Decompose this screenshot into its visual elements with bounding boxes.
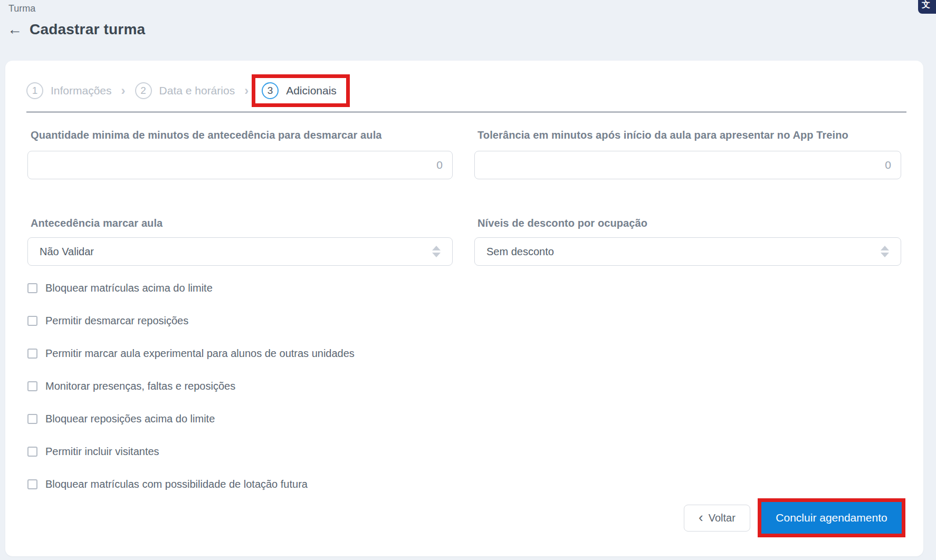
checkbox-label: Permitir marcar aula experimental para a… — [45, 347, 355, 360]
back-arrow-icon[interactable]: ← — [7, 22, 22, 37]
checkbox-icon[interactable] — [27, 479, 37, 489]
checkbox-icon[interactable] — [27, 283, 37, 293]
translate-icon: 文 — [922, 0, 930, 11]
form-card: 1 Informações › 2 Data e horários › 3 Ad… — [5, 61, 923, 556]
input-value: 0 — [436, 159, 443, 171]
input-tolerancia-minutos[interactable]: 0 — [474, 151, 901, 179]
chevron-right-icon: › — [244, 84, 249, 97]
checkbox-permitir-desmarcar-reposicoes[interactable]: Permitir desmarcar reposições — [27, 315, 188, 327]
label-niveis-desconto: Níveis de desconto por ocupação — [477, 217, 647, 229]
step-1-label: Informações — [51, 84, 112, 97]
label-antecedencia-marcar-aula: Antecedência marcar aula — [31, 217, 163, 229]
checkbox-icon[interactable] — [27, 414, 37, 424]
checkbox-label: Permitir desmarcar reposições — [45, 315, 188, 327]
checkbox-bloquear-reposicoes-limite[interactable]: Bloquear reposições acima do limite — [27, 413, 215, 425]
checkbox-monitorar-presencas[interactable]: Monitorar presenças, faltas e reposições — [27, 380, 235, 392]
voltar-label: Voltar — [709, 512, 736, 524]
annotation-highlight-step-adicionais: 3 Adicionais — [252, 74, 350, 107]
select-value: Não Validar — [40, 246, 432, 258]
checkbox-label: Bloquear matrículas com possibilidade de… — [45, 478, 308, 490]
voltar-button[interactable]: ‹ Voltar — [684, 505, 750, 532]
checkbox-aula-experimental-outras-unidades[interactable]: Permitir marcar aula experimental para a… — [27, 347, 355, 360]
input-min-minutos-desmarcar[interactable]: 0 — [27, 151, 453, 179]
select-niveis-desconto[interactable]: Sem desconto — [474, 237, 901, 266]
select-antecedencia-marcar-aula[interactable]: Não Validar — [27, 237, 453, 266]
page-header: ← Cadastrar turma — [7, 21, 145, 38]
checkbox-icon[interactable] — [27, 316, 37, 326]
chevron-right-icon: › — [121, 84, 126, 97]
checkbox-label: Monitorar presenças, faltas e reposições — [45, 380, 235, 392]
select-value: Sem desconto — [486, 246, 881, 258]
checkbox-bloquear-matriculas-limite[interactable]: Bloquear matrículas acima do limite — [27, 282, 213, 294]
checkbox-bloquear-lotacao-futura[interactable]: Bloquear matrículas com possibilidade de… — [27, 478, 308, 490]
concluir-agendamento-button[interactable]: Concluir agendamento — [761, 502, 902, 534]
step-1-circle: 1 — [26, 82, 43, 99]
checkbox-icon[interactable] — [27, 381, 37, 391]
select-updown-icon — [432, 246, 441, 257]
stepper-divider — [26, 111, 906, 113]
step-data-horarios[interactable]: 2 Data e horários — [135, 82, 235, 99]
step-2-label: Data e horários — [159, 84, 235, 97]
label-tolerancia-minutos: Tolerância em minutos após início da aul… — [477, 129, 848, 141]
input-value: 0 — [885, 159, 891, 171]
checkbox-label: Bloquear matrículas acima do limite — [45, 282, 213, 294]
step-3-circle: 3 — [262, 82, 279, 99]
checkbox-label: Permitir incluir visitantes — [45, 446, 159, 458]
page-title: Cadastrar turma — [30, 21, 145, 38]
translate-badge[interactable]: 文 — [918, 0, 936, 14]
select-updown-icon — [881, 246, 889, 257]
annotation-highlight-submit: Concluir agendamento — [758, 498, 905, 537]
step-adicionais[interactable]: 3 Adicionais — [262, 82, 337, 99]
stepper: 1 Informações › 2 Data e horários › 3 Ad… — [26, 74, 350, 107]
step-3-label: Adicionais — [286, 84, 337, 97]
step-2-circle: 2 — [135, 82, 152, 99]
step-informacoes[interactable]: 1 Informações — [26, 82, 112, 99]
breadcrumb: Turma — [8, 3, 35, 14]
checkbox-icon[interactable] — [27, 349, 37, 359]
checkbox-permitir-incluir-visitantes[interactable]: Permitir incluir visitantes — [27, 446, 159, 458]
label-min-minutos-desmarcar: Quantidade minima de minutos de antecedê… — [31, 129, 382, 141]
checkbox-label: Bloquear reposições acima do limite — [45, 413, 215, 425]
checkbox-icon[interactable] — [27, 447, 37, 457]
